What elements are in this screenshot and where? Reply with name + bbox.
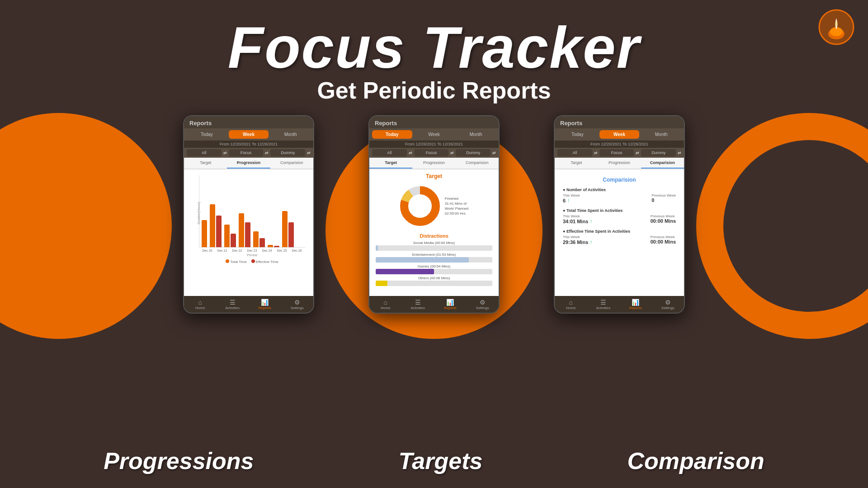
bar-effective-5	[274, 246, 279, 247]
phone3-arrow2: ⇄	[636, 150, 639, 155]
phone1-filter-dummy[interactable]: Dummy	[270, 149, 305, 156]
phone2-section-comparison[interactable]: Comparision	[456, 158, 499, 169]
distraction-bar-wrap-2	[376, 269, 492, 274]
distraction-bar-wrap-3	[376, 281, 492, 286]
bottom-label-comparison: Comparison	[627, 447, 764, 474]
phone1-bar-labels: Dec 20 Dec 21 Dec 22 Dec 23 Dec 24 Dec 2…	[199, 248, 305, 252]
phone2-tabs[interactable]: Today Week Month	[369, 128, 499, 141]
phone3-filter-row: All ⇄ Focus ⇄ Dummy ⇄	[555, 148, 684, 158]
phone2-nav-home[interactable]: ⌂Home	[369, 299, 402, 310]
metric2-prev-value: 00:00 Mins	[651, 239, 676, 244]
phone1-nav-settings[interactable]: ⚙Settings	[281, 299, 314, 310]
phone3-section-target[interactable]: Target	[555, 158, 598, 169]
phone2-donut-info: Finished 31:41 Mins of Work/ Planned 02:…	[445, 196, 468, 216]
distraction-bar-fill-1	[376, 257, 469, 263]
phone2-filter-all[interactable]: All	[372, 149, 407, 156]
phone2-tab-month[interactable]: Month	[456, 130, 496, 139]
phone1-filter-all[interactable]: All	[187, 149, 222, 156]
phone3-nav-home[interactable]: ⌂Home	[555, 299, 587, 310]
comparison-metric-1: ● Total Time Spent in Activities This We…	[558, 206, 680, 227]
phone2-section-progression[interactable]: Progression	[412, 158, 455, 169]
phone3-nav-settings[interactable]: ⚙Settings	[652, 299, 684, 310]
subtitle: Get Periodic Reports	[0, 77, 868, 104]
bottom-label-targets: Targets	[399, 447, 483, 474]
bar-total-1	[210, 204, 215, 247]
phone3-nav-reports[interactable]: 📊Reports	[619, 299, 652, 310]
phone3-tab-today[interactable]: Today	[557, 130, 598, 139]
phone1-tab-month[interactable]: Month	[270, 130, 311, 139]
bar-group-4	[253, 231, 265, 247]
label-dec22: Dec 22	[232, 249, 242, 252]
phone2-section-target[interactable]: Target	[369, 158, 412, 169]
phone3-section-comparison[interactable]: Comparision	[641, 158, 684, 169]
phone2-body: Target Finished 31:41 Mins of Work/ Plan…	[369, 169, 499, 296]
distraction-row-0: Social Media (00:00 Mins)	[376, 241, 492, 251]
phone2-filter-focus[interactable]: Focus	[414, 149, 449, 156]
label-dec23: Dec 23	[247, 249, 257, 252]
phone1-header: Reports	[184, 116, 313, 128]
label-dec24: Dec 24	[262, 249, 272, 252]
donut-chart	[400, 186, 440, 226]
bar-total-3	[239, 213, 244, 247]
bar-group-6	[282, 211, 294, 247]
bar-total-6	[282, 211, 288, 247]
phone1-arrow2: ⇄	[265, 150, 269, 155]
bottom-label-progressions: Progressions	[104, 447, 254, 474]
bar-total-0	[202, 220, 207, 247]
phone1-nav-reports[interactable]: 📊Reports	[249, 299, 281, 310]
phone1-nav: ⌂Home ☰Activities 📊Reports ⚙Settings	[184, 296, 313, 313]
phone1-nav-home[interactable]: ⌂Home	[184, 299, 217, 310]
phone3-tabs[interactable]: Today Week Month	[555, 128, 684, 141]
phone2-arrow1: ⇄	[409, 150, 412, 155]
phone1-filter-focus[interactable]: Focus	[229, 149, 264, 156]
bar-effective-1	[216, 216, 222, 247]
metric0-this-week-value: 6 ↑	[563, 197, 580, 204]
phone3-tab-month[interactable]: Month	[641, 130, 681, 139]
phone3-tab-week[interactable]: Week	[599, 130, 640, 139]
bottom-labels: Progressions Targets Comparison	[0, 447, 868, 474]
metric1-this-week: This Week 34:01 Mins ↑	[563, 214, 592, 225]
phone3-nav-activities[interactable]: ☰Activities	[587, 299, 620, 310]
phone-comparison: Reports Today Week Month From 12/20/2021…	[554, 115, 685, 314]
phone1-nav-activities[interactable]: ☰Activities	[217, 299, 249, 310]
phone2-tab-today[interactable]: Today	[372, 130, 412, 139]
metric1-this-week-value: 34:01 Mins ↑	[563, 218, 592, 225]
phone2-nav-reports[interactable]: 📊Reports	[434, 299, 467, 310]
phone3-filter-focus[interactable]: Focus	[599, 149, 634, 156]
phone3-filter-all[interactable]: All	[557, 149, 592, 156]
legend-dot-effective	[251, 259, 255, 263]
phone2-nav-settings[interactable]: ⚙Settings	[467, 299, 499, 310]
phone3-comparison-title: Comparision	[558, 173, 680, 185]
phone1-section-target[interactable]: Target	[184, 158, 227, 169]
phone2-filter-dummy[interactable]: Dummy	[456, 149, 491, 156]
metric1-title: ● Total Time Spent in Activities	[563, 208, 676, 213]
phone1-tabs[interactable]: Today Week Month	[184, 128, 313, 141]
phone1-section-comparison[interactable]: Comparision	[270, 158, 313, 169]
donut-line3: Work/ Planned	[445, 206, 468, 211]
phone3-filter-dummy[interactable]: Dummy	[641, 149, 676, 156]
phone3-section-tabs[interactable]: Target Progression Comparision	[555, 158, 684, 169]
distraction-row-2: Games (00:54 Mins)	[376, 264, 492, 274]
phone2-tab-week[interactable]: Week	[414, 130, 454, 139]
arrow-up-2: ↑	[590, 239, 592, 245]
legend-dot-total	[226, 259, 229, 263]
phone-targets: Reports Today Week Month From 12/26/2021…	[368, 115, 500, 314]
phone1-tab-today[interactable]: Today	[187, 130, 227, 139]
arrow-up-0: ↑	[567, 197, 570, 204]
phone1-tab-week[interactable]: Week	[229, 130, 269, 139]
bar-group-3	[239, 213, 250, 247]
phone3-section-progression[interactable]: Progression	[598, 158, 641, 169]
distraction-bar-wrap-1	[376, 257, 492, 263]
distraction-bar-wrap-0	[376, 245, 492, 251]
phone1-section-progression[interactable]: Progression	[227, 158, 270, 169]
phone1-section-tabs[interactable]: Target Progression Comparision	[184, 158, 313, 169]
bar-group-1	[210, 204, 222, 247]
phone1-arrow3: ⇄	[307, 150, 311, 155]
phone2-nav-activities[interactable]: ☰Activities	[402, 299, 434, 310]
phone2-section-tabs[interactable]: Target Progression Comparision	[369, 158, 499, 169]
bar-effective-3	[245, 222, 250, 247]
donut-line2: 31:41 Mins of	[445, 201, 468, 206]
metric2-row: This Week 29:36 Mins ↑ Previous Week 00:…	[563, 235, 676, 245]
metric0-row: This Week 6 ↑ Previous Week 0	[563, 193, 676, 204]
metric1-row: This Week 34:01 Mins ↑ Previous Week 00:…	[563, 214, 676, 225]
